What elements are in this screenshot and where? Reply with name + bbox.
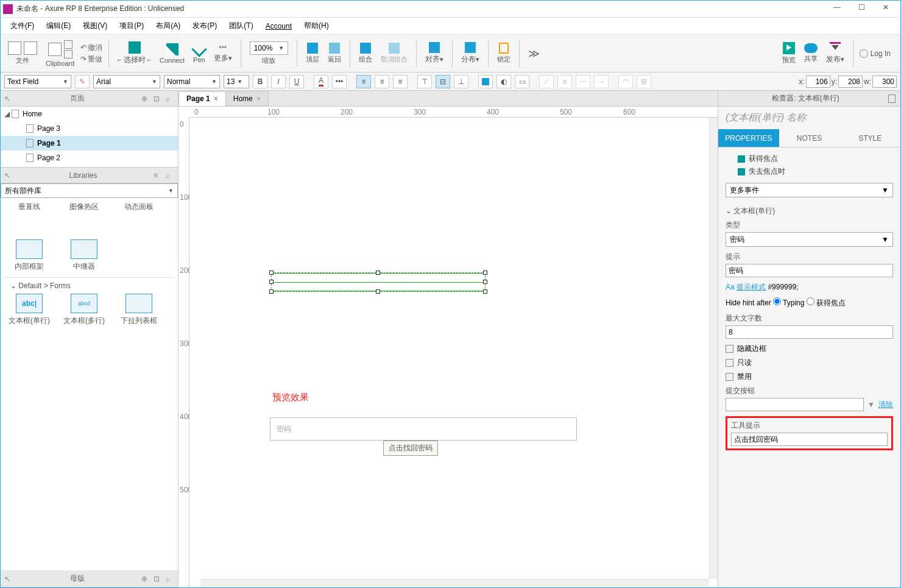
widget-section-header[interactable]: 文本框(单行) [726, 202, 893, 220]
type-dropdown[interactable]: 密码▼ [726, 232, 893, 247]
tool-front[interactable]: 顶层 [303, 37, 322, 69]
widget-style-dropdown[interactable]: Text Field▼ [4, 75, 71, 88]
border-button[interactable]: ▭ [515, 75, 529, 88]
tab-properties[interactable]: PROPERTIES [718, 129, 779, 147]
add-folder-button[interactable]: ⊡ [154, 94, 162, 103]
lib-menu-button[interactable]: ≡ [154, 171, 162, 180]
maximize-button[interactable]: ☐ [854, 3, 869, 15]
underline-button[interactable]: U [289, 75, 304, 88]
corner-radius-button[interactable]: ◠ [618, 75, 633, 88]
tool-distribute[interactable]: 分布▾ [459, 37, 482, 69]
search-button[interactable]: ⌕ [166, 575, 174, 583]
tab-home[interactable]: Home× [225, 91, 269, 106]
maxlen-input[interactable] [726, 325, 893, 339]
font-size-dropdown[interactable]: 13▼ [224, 75, 249, 88]
collapse-icon[interactable]: ↖ [4, 171, 13, 180]
x-input[interactable] [806, 76, 830, 88]
more-events-dropdown[interactable]: 更多事件▼ [726, 183, 893, 197]
page-icon[interactable] [888, 94, 896, 103]
menu-account[interactable]: Account [261, 21, 297, 32]
lib-item-hotspot[interactable]: 图像热区 [59, 202, 109, 235]
close-button[interactable]: ✕ [878, 3, 893, 15]
hint-style-link[interactable]: 提示样式 [737, 283, 766, 291]
y-input[interactable] [838, 76, 863, 88]
line-width-button[interactable]: ≡ [557, 75, 572, 88]
tool-overflow[interactable]: ≫ [526, 37, 542, 69]
clear-link[interactable]: 清除 [878, 400, 893, 410]
event-onfocus[interactable]: 获得焦点 [726, 152, 893, 165]
menu-publish[interactable]: 发布(P) [188, 19, 222, 32]
bold-button[interactable]: B [253, 75, 267, 88]
add-folder-button[interactable]: ⊡ [154, 575, 162, 583]
lib-item-iframe[interactable]: 内部框架 [4, 239, 54, 272]
lib-item-droplist[interactable]: 下拉列表框 [114, 294, 164, 327]
widget-name-input[interactable]: (文本框(单行) 名称 [718, 107, 900, 129]
collapse-icon[interactable]: ↖ [4, 575, 13, 583]
tool-preview[interactable]: 预览 [780, 37, 798, 69]
tool-share[interactable]: 共享 [802, 37, 820, 69]
submit-button-input[interactable] [726, 398, 864, 411]
radio-typing[interactable] [773, 297, 781, 305]
tool-connect[interactable]: Connect [157, 37, 187, 69]
tool-back[interactable]: 返回 [325, 37, 344, 69]
valign-bottom-button[interactable]: ⊥ [454, 75, 468, 88]
menu-view[interactable]: 视图(V) [78, 19, 112, 32]
tooltip-input[interactable] [731, 433, 888, 446]
tool-zoom[interactable]: 100%▼ 缩放 [247, 37, 291, 69]
tool-align[interactable]: 对齐▾ [423, 37, 446, 69]
undo-button[interactable]: ↶ 撤消 [80, 43, 102, 53]
align-right-button[interactable]: ≡ [393, 75, 408, 88]
line-color-button[interactable]: ∕ [539, 75, 554, 88]
tool-more[interactable]: ••• 更多▾ [211, 37, 235, 69]
redo-button[interactable]: ↷ 重做 [80, 54, 102, 65]
selected-textfield-widget[interactable] [271, 272, 486, 292]
scrollbar-vertical[interactable] [709, 118, 718, 579]
check-disabled[interactable]: 禁用 [726, 372, 893, 382]
lib-item-dynamic[interactable]: 动态面板 [114, 202, 164, 235]
minimize-button[interactable]: — [830, 3, 844, 15]
tab-notes[interactable]: NOTES [779, 129, 840, 147]
tool-pen[interactable]: Pen [191, 37, 208, 69]
text-color-button[interactable]: A [314, 75, 328, 88]
scrollbar-horizontal[interactable] [200, 579, 709, 587]
library-dropdown[interactable]: 所有部件库▼ [1, 183, 178, 198]
fill-color-button[interactable] [478, 75, 493, 88]
tab-close-button[interactable]: × [214, 94, 218, 103]
tree-item-page3[interactable]: Page 3 [1, 121, 178, 136]
check-hideborder[interactable]: 隐藏边框 [726, 344, 893, 354]
collapse-icon[interactable]: ↖ [4, 94, 13, 103]
valign-top-button[interactable]: ⊤ [417, 75, 432, 88]
tab-style[interactable]: STYLE [839, 129, 900, 147]
login-button[interactable]: Log In [860, 49, 891, 58]
menu-team[interactable]: 团队(T) [224, 19, 258, 32]
lib-item-textfield[interactable]: abc|文本框(单行) [4, 294, 54, 327]
opacity-button[interactable]: ◐ [496, 75, 511, 88]
valign-middle-button[interactable]: ⊟ [436, 75, 450, 88]
event-onlostfocus[interactable]: 失去焦点时 [726, 165, 893, 178]
search-button[interactable]: ⌕ [166, 94, 174, 103]
font-weight-dropdown[interactable]: Normal▼ [164, 75, 220, 88]
hint-input[interactable] [726, 264, 893, 277]
arrow-button[interactable]: → [594, 75, 609, 88]
preview-password-input[interactable]: 密码 [270, 417, 577, 441]
menu-arrange[interactable]: 布局(A) [151, 19, 185, 32]
lib-item-textarea[interactable]: abcd文本框(多行) [59, 294, 109, 327]
menu-file[interactable]: 文件(F) [5, 19, 39, 32]
menu-help[interactable]: 帮助(H) [299, 19, 334, 32]
tree-item-page1[interactable]: Page 1 [1, 136, 178, 151]
tool-group[interactable]: 组合 [356, 37, 375, 69]
more-text-button[interactable]: ••• [332, 75, 347, 88]
align-left-button[interactable]: ≡ [356, 75, 371, 88]
tab-close-button[interactable]: × [256, 94, 261, 103]
add-master-button[interactable]: ⊕ [141, 575, 150, 583]
tool-select[interactable]: ⌐ 选择时 ⌐ [115, 37, 154, 69]
font-dropdown[interactable]: Arial▼ [93, 75, 160, 88]
tool-publish[interactable]: 发布▾ [824, 37, 847, 69]
padding-button[interactable]: ⊞ [637, 75, 651, 88]
align-center-button[interactable]: ≡ [375, 75, 389, 88]
tab-page1[interactable]: Page 1× [178, 91, 226, 106]
tree-item-page2[interactable]: Page 2 [1, 151, 178, 165]
tree-item-home[interactable]: ◢Home [1, 107, 178, 121]
radio-gotfocus[interactable] [807, 297, 814, 305]
canvas[interactable]: 预览效果 密码 点击找回密码 [189, 118, 718, 587]
